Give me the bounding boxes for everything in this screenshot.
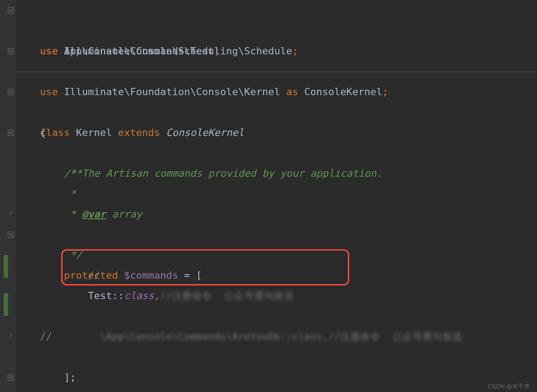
- code-line[interactable]: ┘ */: [16, 204, 537, 224]
- code-line[interactable]: − /**: [16, 367, 537, 387]
- code-line[interactable]: // \App\Console\Commands\AreYouOk::class…: [16, 306, 537, 326]
- change-marker: [4, 255, 8, 278]
- code-line[interactable]: − use App\Console\Commands\Test;: [16, 0, 537, 20]
- code-line[interactable]: use Illuminate\Console\Scheduling\Schedu…: [16, 20, 537, 41]
- code-line[interactable]: − class Kernel extends ConsoleKernel: [16, 82, 537, 102]
- code-line[interactable]: * The Artisan commands provided by your …: [16, 143, 537, 163]
- fold-icon[interactable]: −: [8, 374, 14, 381]
- code-line[interactable]: − use Illuminate\Foundation\Console\Kern…: [16, 41, 537, 61]
- fold-icon[interactable]: −: [8, 130, 14, 136]
- code-line[interactable]: //: [16, 245, 537, 265]
- code-editor[interactable]: − use App\Console\Commands\Test; use Ill…: [16, 0, 537, 387]
- code-line-empty[interactable]: [16, 347, 537, 367]
- code-line[interactable]: ┘ ];: [16, 326, 537, 347]
- change-marker: [4, 293, 8, 316]
- code-line-highlighted[interactable]: Test::class,//注册命令 公众号逐句发送: [16, 265, 537, 286]
- code-line[interactable]: * @var array: [16, 184, 537, 204]
- code-line[interactable]: − /**: [16, 122, 537, 143]
- fold-icon[interactable]: −: [8, 89, 14, 95]
- fold-icon[interactable]: −: [8, 232, 14, 238]
- fold-icon[interactable]: −: [8, 7, 14, 14]
- fold-icon[interactable]: −: [8, 48, 14, 54]
- code-line[interactable]: {: [16, 102, 537, 122]
- fold-icon[interactable]: ┘: [8, 334, 14, 340]
- code-line-empty[interactable]: [16, 286, 537, 306]
- watermark-text: CSDN @木子李·: [488, 383, 532, 389]
- code-line[interactable]: *: [16, 163, 537, 184]
- code-line-empty[interactable]: [16, 61, 537, 82]
- code-line[interactable]: − protected $commands = [: [16, 224, 537, 245]
- fold-icon[interactable]: ┘: [8, 211, 14, 218]
